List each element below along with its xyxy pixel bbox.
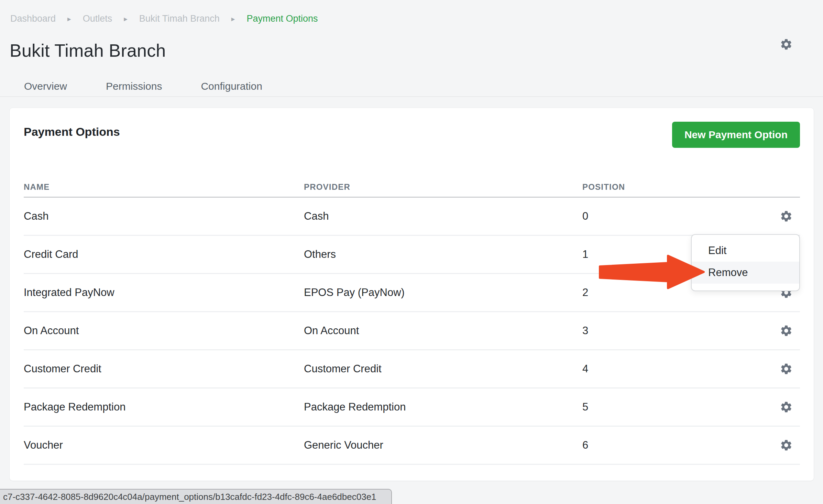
- page: Dashboard▸Outlets▸Bukit Timah Branch▸Pay…: [0, 0, 823, 504]
- breadcrumb: Dashboard▸Outlets▸Bukit Timah Branch▸Pay…: [0, 0, 823, 25]
- breadcrumb-item-dashboard[interactable]: Dashboard: [10, 13, 56, 24]
- status-bar-url: c7-c337-4642-8085-8d9620c4c04a/payment_o…: [0, 489, 392, 504]
- breadcrumb-separator-chevron-right-icon: ▸: [231, 15, 235, 22]
- provider-cell: EPOS Pay (PayNow): [304, 286, 582, 299]
- payment-name-cell: Customer Credit: [24, 363, 304, 375]
- table-row: Integrated PayNowEPOS Pay (PayNow)2: [24, 274, 800, 312]
- table-row: VoucherGeneric Voucher6: [24, 427, 800, 465]
- table-row: On AccountOn Account3: [24, 312, 800, 350]
- position-cell: 0: [582, 210, 772, 222]
- tab-overview[interactable]: Overview: [24, 80, 67, 96]
- breadcrumb-item-bukit-timah-branch[interactable]: Bukit Timah Branch: [139, 13, 220, 24]
- row-actions-gear-icon[interactable]: [780, 439, 793, 452]
- provider-cell: Package Redemption: [304, 401, 582, 413]
- page-settings-gear-icon[interactable]: [780, 38, 793, 51]
- tab-bar: OverviewPermissionsConfiguration: [0, 70, 823, 97]
- table-row: Credit CardOthers1: [24, 236, 800, 274]
- row-context-menu: EditRemove: [691, 234, 800, 291]
- row-actions-gear-icon[interactable]: [780, 362, 793, 375]
- column-header-provider: PROVIDER: [304, 182, 582, 192]
- gear-icon: [780, 439, 793, 452]
- card-title: Payment Options: [24, 125, 120, 139]
- tab-permissions[interactable]: Permissions: [106, 80, 162, 96]
- payment-name-cell: Credit Card: [24, 248, 304, 261]
- payment-name-cell: On Account: [24, 325, 304, 337]
- title-row: Bukit Timah Branch: [10, 39, 823, 62]
- position-cell: 3: [582, 325, 772, 337]
- payment-name-cell: Voucher: [24, 439, 304, 451]
- row-actions-gear-icon[interactable]: [780, 324, 793, 337]
- table-body: CashCash0Credit CardOthers1Integrated Pa…: [24, 198, 800, 465]
- context-menu-item-remove[interactable]: Remove: [692, 262, 799, 284]
- gear-icon: [780, 324, 793, 337]
- table-row: Package RedemptionPackage Redemption5: [24, 388, 800, 427]
- table-row: CashCash0: [24, 198, 800, 236]
- table-row: Customer CreditCustomer Credit4: [24, 350, 800, 388]
- new-payment-option-button[interactable]: New Payment Option: [672, 122, 800, 148]
- provider-cell: Customer Credit: [304, 363, 582, 375]
- row-actions-gear-icon[interactable]: [780, 401, 793, 414]
- gear-icon: [780, 362, 793, 375]
- payment-name-cell: Cash: [24, 210, 304, 222]
- provider-cell: Others: [304, 248, 582, 261]
- gear-icon: [780, 210, 793, 223]
- tab-configuration[interactable]: Configuration: [201, 80, 262, 96]
- provider-cell: On Account: [304, 325, 582, 337]
- provider-cell: Generic Voucher: [304, 439, 582, 451]
- column-header-position: POSITION: [582, 182, 772, 192]
- breadcrumb-item-payment-options[interactable]: Payment Options: [246, 13, 318, 24]
- row-actions-cell: [772, 324, 800, 337]
- row-actions-gear-icon[interactable]: [780, 210, 793, 223]
- payment-name-cell: Integrated PayNow: [24, 286, 304, 299]
- row-actions-cell: [772, 439, 800, 452]
- position-cell: 6: [582, 439, 772, 451]
- gear-icon: [780, 401, 793, 414]
- card-header: Payment Options New Payment Option: [24, 122, 800, 148]
- row-actions-cell: [772, 210, 800, 223]
- row-actions-cell: [772, 362, 800, 375]
- provider-cell: Cash: [304, 210, 582, 222]
- breadcrumb-item-outlets[interactable]: Outlets: [83, 13, 112, 24]
- gear-icon: [780, 38, 793, 51]
- breadcrumb-separator-chevron-right-icon: ▸: [124, 15, 128, 22]
- row-actions-cell: [772, 401, 800, 414]
- breadcrumb-separator-chevron-right-icon: ▸: [67, 15, 71, 22]
- position-cell: 4: [582, 363, 772, 375]
- payment-options-card: Payment Options New Payment Option NAME …: [9, 108, 814, 481]
- page-title: Bukit Timah Branch: [10, 40, 166, 61]
- column-header-name: NAME: [24, 182, 304, 192]
- position-cell: 5: [582, 401, 772, 413]
- table-header-row: NAME PROVIDER POSITION: [24, 173, 800, 198]
- payment-name-cell: Package Redemption: [24, 401, 304, 413]
- context-menu-item-edit[interactable]: Edit: [692, 240, 799, 262]
